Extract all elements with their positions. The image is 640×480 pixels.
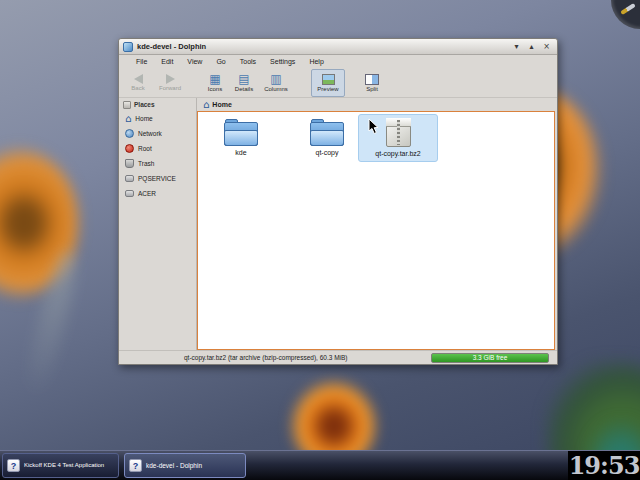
dolphin-window: kde-devel - Dolphin ▾ ▴ × File Edit View…	[118, 38, 558, 365]
task-kickoff[interactable]: ? Kickoff KDE 4 Test Application	[2, 453, 119, 478]
details-view-icon: ▤	[238, 73, 249, 85]
statusbar: qt-copy.tar.bz2 (tar archive (bzip-compr…	[119, 350, 557, 364]
preview-label: Preview	[317, 86, 338, 92]
desktop: kde-devel - Dolphin ▾ ▴ × File Edit View…	[0, 0, 640, 480]
file-item-kde[interactable]: kde	[204, 116, 278, 160]
icons-view-button[interactable]: ▦ Icons	[201, 69, 229, 97]
window-title: kde-devel - Dolphin	[137, 42, 206, 51]
places-item-acer[interactable]: ACER	[119, 186, 196, 201]
split-label: Split	[366, 86, 378, 92]
archive-icon	[386, 118, 411, 147]
forward-button[interactable]: Forward	[153, 69, 187, 97]
close-icon[interactable]: ×	[540, 41, 553, 53]
home-icon: ⌂	[125, 114, 131, 123]
forward-arrow-icon	[166, 74, 175, 84]
folder-icon	[224, 119, 258, 146]
question-mark-icon: ?	[7, 459, 20, 472]
icons-label: Icons	[208, 86, 222, 92]
free-space-label: 3.3 GiB free	[473, 354, 508, 362]
columns-view-button[interactable]: ▥ Columns	[259, 69, 293, 97]
task-label: kde-devel - Dolphin	[146, 462, 202, 469]
icons-view-icon: ▦	[209, 73, 220, 85]
menu-edit[interactable]: Edit	[154, 58, 180, 65]
toolbar: Back Forward ▦ Icons ▤ Details ▥ Columns…	[119, 68, 557, 98]
status-info: qt-copy.tar.bz2 (tar archive (bzip-compr…	[184, 354, 348, 361]
window-titlebar[interactable]: kde-devel - Dolphin ▾ ▴ ×	[119, 39, 557, 55]
places-title: Places	[134, 101, 155, 108]
file-name: qt-copy	[316, 149, 339, 157]
file-view[interactable]: kde qt-copy qt-copy.tar.bz2	[197, 111, 555, 350]
taskbar: ? Kickoff KDE 4 Test Application ? kde-d…	[0, 450, 640, 480]
places-item-root[interactable]: Root	[119, 141, 196, 156]
preview-icon	[322, 74, 335, 85]
drive-icon	[125, 190, 134, 197]
place-label: ACER	[138, 190, 156, 197]
back-arrow-icon	[134, 74, 143, 84]
places-item-pqservice[interactable]: PQSERVICE	[119, 171, 196, 186]
drive-icon	[125, 175, 134, 182]
details-view-button[interactable]: ▤ Details	[229, 69, 259, 97]
places-item-home[interactable]: ⌂ Home	[119, 111, 196, 126]
taskbar-clock: 19:53	[568, 451, 640, 480]
mouse-cursor	[368, 118, 380, 135]
dolphin-app-icon	[123, 42, 133, 52]
menu-view[interactable]: View	[180, 58, 209, 65]
breadcrumb-home[interactable]: Home	[212, 101, 231, 108]
minimize-icon[interactable]: ▾	[510, 41, 523, 53]
menu-tools[interactable]: Tools	[233, 58, 263, 65]
split-button[interactable]: Split	[359, 69, 385, 97]
file-name: qt-copy.tar.bz2	[375, 150, 420, 158]
menu-go[interactable]: Go	[209, 58, 232, 65]
details-label: Details	[235, 86, 253, 92]
columns-view-icon: ▥	[270, 73, 281, 85]
places-panel-header: Places	[119, 98, 196, 111]
menu-settings[interactable]: Settings	[263, 58, 302, 65]
folder-icon	[310, 119, 344, 146]
menu-file[interactable]: File	[129, 58, 154, 65]
back-button[interactable]: Back	[123, 69, 153, 97]
root-icon	[125, 144, 134, 153]
background-stem-left	[20, 249, 82, 401]
split-icon	[365, 74, 379, 85]
place-label: Network	[138, 130, 162, 137]
place-label: Trash	[138, 160, 154, 167]
url-navigator: ⌂ Home	[197, 98, 557, 111]
preview-button[interactable]: Preview	[311, 69, 345, 97]
places-panel: Places ⌂ Home Network Root Trash	[119, 98, 197, 350]
place-label: PQSERVICE	[138, 175, 176, 182]
forward-label: Forward	[159, 85, 181, 91]
plasma-toolbox-cashew[interactable]	[611, 0, 640, 29]
places-panel-icon	[123, 101, 131, 109]
trash-icon	[125, 159, 134, 168]
wrench-icon	[620, 3, 636, 15]
breadcrumb-home-icon: ⌂	[203, 100, 209, 110]
menubar: File Edit View Go Tools Settings Help	[119, 55, 557, 68]
place-label: Home	[135, 115, 152, 122]
network-icon	[125, 129, 134, 138]
places-item-trash[interactable]: Trash	[119, 156, 196, 171]
file-name: kde	[235, 149, 246, 157]
task-dolphin[interactable]: ? kde-devel - Dolphin	[124, 453, 246, 478]
task-label: Kickoff KDE 4 Test Application	[24, 462, 104, 469]
columns-label: Columns	[264, 86, 288, 92]
question-mark-icon: ?	[129, 459, 142, 472]
free-space-bar: 3.3 GiB free	[431, 353, 549, 363]
back-label: Back	[131, 85, 144, 91]
place-label: Root	[138, 145, 152, 152]
places-item-network[interactable]: Network	[119, 126, 196, 141]
maximize-icon[interactable]: ▴	[525, 41, 538, 53]
background-flower-left	[0, 148, 78, 298]
menu-help[interactable]: Help	[302, 58, 330, 65]
file-item-qt-copy[interactable]: qt-copy	[290, 116, 364, 160]
